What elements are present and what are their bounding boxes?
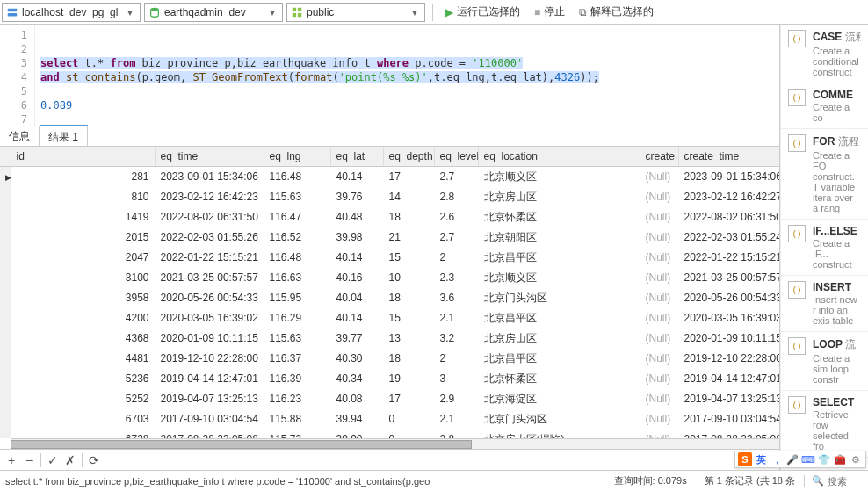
table-row[interactable]: 67032017-09-10 03:04:54115.8839.9402.1北京…: [0, 409, 779, 430]
cell-eq_lng[interactable]: 116.63: [264, 268, 330, 288]
cell-create_[interactable]: (Null): [640, 288, 678, 308]
cell-eq_level[interactable]: 2: [434, 349, 478, 369]
explain-button[interactable]: ⧉ 解释已选择的: [574, 3, 659, 22]
cell-eq_location[interactable]: 北京昌平区: [478, 248, 640, 268]
cell-id[interactable]: 4368: [11, 329, 155, 349]
result-grid[interactable]: id eq_time eq_lng eq_lat eq_depth eq_lev…: [0, 147, 779, 438]
table-row[interactable]: 52522019-04-07 13:25:13116.2340.08172.9北…: [0, 389, 779, 409]
cell-eq_location[interactable]: 北京房山区: [478, 329, 640, 349]
cell-eq_time[interactable]: 2020-01-09 10:11:15: [155, 329, 264, 349]
cell-create_time[interactable]: 2023-02-12 16:42:27: [678, 187, 779, 207]
cell-eq_depth[interactable]: 15: [383, 248, 434, 268]
cell-eq_location[interactable]: 北京门头沟区: [478, 288, 640, 308]
cell-eq_depth[interactable]: 18: [383, 288, 434, 308]
cell-eq_lng[interactable]: 115.63: [264, 187, 330, 207]
cell-create_[interactable]: (Null): [640, 227, 678, 248]
cell-create_time[interactable]: 2022-01-22 15:15:21: [678, 248, 779, 268]
cell-eq_time[interactable]: 2022-01-22 15:15:21: [155, 248, 264, 268]
cell-create_time[interactable]: 2020-01-09 10:11:15: [678, 329, 779, 349]
snippet-item[interactable]: ( )INSERT Insert new r into an exis tabl…: [781, 276, 868, 332]
cell-eq_depth[interactable]: 15: [383, 308, 434, 329]
row-handle[interactable]: [0, 329, 11, 349]
snippet-item[interactable]: ( )CASE 流程Create a conditional construct: [781, 25, 868, 83]
snippet-item[interactable]: ( )SELECT Retrieve row selected fro: [781, 391, 868, 458]
cell-eq_level[interactable]: 3: [434, 369, 478, 389]
cell-id[interactable]: 6703: [11, 409, 155, 430]
cell-create_[interactable]: (Null): [640, 329, 678, 349]
cell-create_[interactable]: (Null): [640, 207, 678, 227]
cell-id[interactable]: 4200: [11, 308, 155, 329]
cell-create_time[interactable]: 2021-03-25 00:57:57: [678, 268, 779, 288]
horizontal-scrollbar[interactable]: [11, 438, 779, 449]
cell-eq_location[interactable]: 北京朝阳区: [478, 227, 640, 248]
cell-create_time[interactable]: 2019-04-07 13:25:13: [678, 389, 779, 409]
cell-create_[interactable]: (Null): [640, 409, 678, 430]
cell-create_time[interactable]: 2023-09-01 15:34:06: [678, 166, 779, 187]
row-handle[interactable]: [0, 268, 11, 288]
row-handle[interactable]: [0, 369, 11, 389]
cell-eq_lat[interactable]: 40.34: [330, 369, 383, 389]
table-row[interactable]: 67382017-08-28 23:05:08115.7339.9002.8北京…: [0, 430, 779, 439]
row-handle[interactable]: [0, 187, 11, 207]
col-id[interactable]: id: [11, 147, 155, 166]
table-row[interactable]: 43682020-01-09 10:11:15115.6339.77133.2北…: [0, 329, 779, 349]
cell-create_time[interactable]: 2020-05-26 00:54:33: [678, 288, 779, 308]
cell-eq_time[interactable]: 2023-02-12 16:42:23: [155, 187, 264, 207]
cell-eq_time[interactable]: 2022-02-03 01:55:26: [155, 227, 264, 248]
row-handle[interactable]: [0, 308, 11, 329]
row-handle[interactable]: [0, 389, 11, 409]
col-eq_level[interactable]: eq_level: [434, 147, 478, 166]
status-search[interactable]: 🔍: [804, 475, 863, 487]
cell-eq_time[interactable]: 2022-08-02 06:31:50: [155, 207, 264, 227]
cell-eq_time[interactable]: 2020-03-05 16:39:02: [155, 308, 264, 329]
cell-eq_lng[interactable]: 116.52: [264, 227, 330, 248]
cell-eq_level[interactable]: 2.1: [434, 308, 478, 329]
row-handle[interactable]: [0, 349, 11, 369]
table-row[interactable]: 42002020-03-05 16:39:02116.2940.14152.1北…: [0, 308, 779, 329]
sql-editor[interactable]: 1 2 3 4 5 6 7 select t.* from biz_provin…: [0, 25, 779, 126]
ime-logo-icon[interactable]: S: [738, 452, 752, 466]
ime-keyboard-icon[interactable]: ⌨: [801, 452, 815, 466]
cell-eq_depth[interactable]: 17: [383, 166, 434, 187]
cell-eq_level[interactable]: 2.9: [434, 389, 478, 409]
search-input[interactable]: [828, 476, 863, 487]
cell-eq_location[interactable]: 北京海淀区: [478, 389, 640, 409]
refresh-button[interactable]: ⟳: [86, 452, 102, 468]
col-eq_time[interactable]: eq_time: [155, 147, 264, 166]
cell-eq_level[interactable]: 2.1: [434, 409, 478, 430]
cell-eq_lng[interactable]: 115.88: [264, 409, 330, 430]
ime-punct-icon[interactable]: ，: [770, 452, 784, 466]
cell-create_time[interactable]: 2019-04-14 12:47:01: [678, 369, 779, 389]
commit-button[interactable]: ✓: [45, 452, 61, 468]
cell-id[interactable]: 2047: [11, 248, 155, 268]
cell-create_time[interactable]: 2020-03-05 16:39:03: [678, 308, 779, 329]
cell-eq_lat[interactable]: 40.48: [330, 207, 383, 227]
cell-eq_lat[interactable]: 39.77: [330, 329, 383, 349]
delete-row-button[interactable]: −: [21, 452, 37, 468]
cell-eq_time[interactable]: 2020-05-26 00:54:33: [155, 288, 264, 308]
cell-id[interactable]: 1419: [11, 207, 155, 227]
table-row[interactable]: 20152022-02-03 01:55:26116.5239.98212.7北…: [0, 227, 779, 248]
row-handle[interactable]: [0, 430, 11, 439]
database-dropdown[interactable]: earthqadmin_dev ▾: [144, 3, 283, 22]
col-create_[interactable]: create_: [640, 147, 678, 166]
cell-eq_lng[interactable]: 116.48: [264, 248, 330, 268]
cell-id[interactable]: 281: [11, 166, 155, 187]
cell-id[interactable]: 6738: [11, 430, 155, 439]
cell-eq_lng[interactable]: 116.29: [264, 308, 330, 329]
cell-eq_time[interactable]: 2019-04-14 12:47:01: [155, 369, 264, 389]
cell-eq_lng[interactable]: 116.39: [264, 369, 330, 389]
connection-dropdown[interactable]: localhost_dev_pg_gl ▾: [2, 3, 141, 22]
cell-eq_level[interactable]: 2.6: [434, 207, 478, 227]
cell-eq_depth[interactable]: 17: [383, 389, 434, 409]
cell-id[interactable]: 5236: [11, 369, 155, 389]
cell-eq_time[interactable]: 2023-09-01 15:34:06: [155, 166, 264, 187]
cell-eq_location[interactable]: 北京顺义区: [478, 166, 640, 187]
snippet-item[interactable]: ( )IF...ELSE Create a IF... construct: [781, 220, 868, 276]
cell-eq_lat[interactable]: 40.16: [330, 268, 383, 288]
table-row[interactable]: 8102023-02-12 16:42:23115.6339.76142.8北京…: [0, 187, 779, 207]
col-create_time[interactable]: create_time: [678, 147, 779, 166]
cell-eq_lat[interactable]: 40.14: [330, 248, 383, 268]
snippet-item[interactable]: ( )COMME Create a co: [781, 83, 868, 129]
cell-id[interactable]: 3958: [11, 288, 155, 308]
